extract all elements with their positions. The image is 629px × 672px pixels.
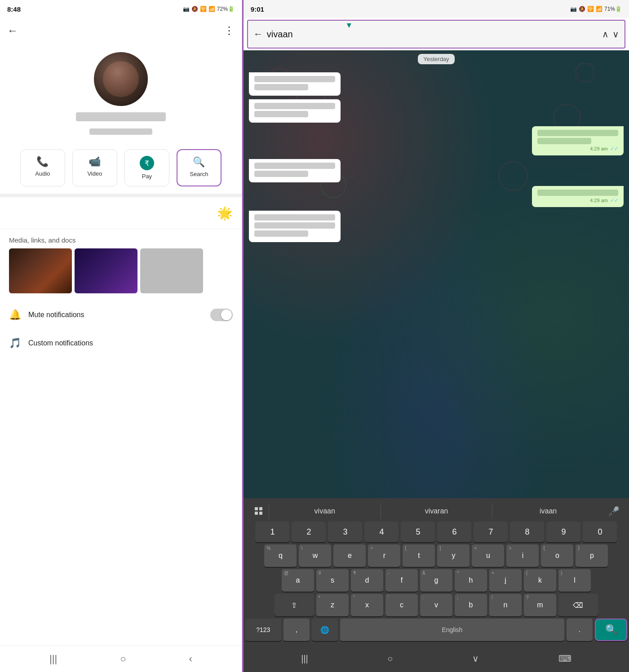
key-t[interactable]: [t xyxy=(403,544,435,567)
keyboard-search-button[interactable]: 🔍 xyxy=(595,619,627,641)
key-9[interactable]: 9 xyxy=(546,522,580,542)
number-row: 1 2 3 4 5 6 7 8 9 0 xyxy=(245,522,627,542)
key-s[interactable]: #s xyxy=(316,569,349,592)
key-q[interactable]: %q xyxy=(264,544,297,567)
key-0[interactable]: 0 xyxy=(583,522,617,542)
right-panel: 9:01 📷 🔕 🛜 📶 71%🔋 ← ∧ ∨ xyxy=(244,0,629,672)
grid-icon xyxy=(255,507,263,515)
nav-recent-right[interactable]: ||| xyxy=(301,654,308,664)
time-right: 9:01 xyxy=(251,5,264,13)
key-g[interactable]: &g xyxy=(420,569,452,592)
key-m[interactable]: ?m xyxy=(524,594,556,616)
mic-button[interactable]: 🎤 xyxy=(604,503,624,520)
status-icons-left: 📷 🔕 🛜 📶 72%🔋 xyxy=(183,6,235,12)
status-bar-right: 9:01 📷 🔕 🛜 📶 71%🔋 xyxy=(244,0,629,18)
pay-button[interactable]: ₹ Pay xyxy=(124,149,169,186)
search-back-button[interactable]: ← xyxy=(253,28,263,40)
key-k[interactable]: (k xyxy=(524,569,556,592)
key-4[interactable]: 4 xyxy=(364,522,399,542)
key-u[interactable]: <u xyxy=(472,544,504,567)
nav-keyboard-right[interactable]: ⌨ xyxy=(558,653,571,664)
avatar-inner xyxy=(103,61,139,97)
keyboard-container: vivaan vivaran ivaan 🎤 1 2 3 4 5 6 7 8 9… xyxy=(244,498,629,645)
key-c[interactable]: 'c xyxy=(385,594,418,616)
media-thumb-3[interactable] xyxy=(140,248,203,293)
key-5[interactable]: 5 xyxy=(401,522,435,542)
key-a[interactable]: @a xyxy=(282,569,314,592)
suggestion-ivaan[interactable]: ivaan xyxy=(492,504,604,519)
key-1[interactable]: 1 xyxy=(255,522,289,542)
key-8[interactable]: 8 xyxy=(510,522,544,542)
audio-button[interactable]: 📞 Audio xyxy=(20,149,65,186)
nav-back-right[interactable]: ∨ xyxy=(472,653,479,664)
suggestion-vivaran[interactable]: vivaran xyxy=(381,504,492,519)
search-button-left[interactable]: 🔍 Search xyxy=(177,149,221,186)
key-7[interactable]: 7 xyxy=(474,522,508,542)
shift-key[interactable]: ⇧ xyxy=(275,594,314,616)
key-x[interactable]: "x xyxy=(351,594,383,616)
key-j[interactable]: +j xyxy=(489,569,522,592)
keyboard-grid-button[interactable] xyxy=(249,503,269,520)
key-p[interactable]: }p xyxy=(576,544,608,567)
notification-section: 🔔 Mute notifications 🎵 Custom notificati… xyxy=(0,297,242,361)
bell-icon: 🔔 xyxy=(9,309,21,321)
mute-toggle[interactable] xyxy=(210,309,233,321)
message-received-3 xyxy=(249,159,341,182)
time-left: 8:48 xyxy=(7,5,21,13)
msg-blur-4 xyxy=(254,111,308,117)
globe-key[interactable]: 🌐 xyxy=(312,619,338,641)
period-key[interactable]: . xyxy=(567,619,593,641)
key-y[interactable]: ]y xyxy=(437,544,470,567)
suggestions-row: vivaan vivaran ivaan 🎤 xyxy=(245,501,627,522)
search-input[interactable] xyxy=(267,29,598,40)
search-nav-down[interactable]: ∨ xyxy=(612,29,619,40)
pay-icon: ₹ xyxy=(140,156,154,170)
more-button-left[interactable]: ⋮ xyxy=(224,24,235,37)
msg-blur-12 xyxy=(254,230,308,237)
search-nav-buttons: ∧ ∨ xyxy=(602,29,619,40)
nav-home-icon[interactable]: ○ xyxy=(120,653,126,665)
backspace-key[interactable]: ⌫ xyxy=(558,594,598,616)
nav-back-icon[interactable]: ‹ xyxy=(189,653,192,665)
key-w[interactable]: \w xyxy=(299,544,331,567)
key-z[interactable]: *z xyxy=(316,594,349,616)
space-key[interactable]: English xyxy=(340,619,564,641)
message-received-1 xyxy=(249,72,341,96)
key-b[interactable]: ;b xyxy=(455,594,487,616)
suggestion-vivaan[interactable]: vivaan xyxy=(269,504,381,519)
key-e[interactable]: e xyxy=(333,544,366,567)
key-o[interactable]: {o xyxy=(541,544,573,567)
bottom-row: ?123 , 🌐 English . 🔍 xyxy=(245,619,627,641)
comma-key[interactable]: , xyxy=(283,619,310,641)
key-v[interactable]: :v xyxy=(420,594,452,616)
status-emoji: 🌟 xyxy=(217,206,233,221)
key-l[interactable]: )l xyxy=(558,569,591,592)
message-received-2 xyxy=(249,99,341,123)
toggle-knob xyxy=(221,309,232,320)
search-icon-left: 🔍 xyxy=(193,156,205,168)
search-nav-up[interactable]: ∧ xyxy=(602,29,609,40)
key-i[interactable]: >i xyxy=(506,544,539,567)
media-thumb-2[interactable] xyxy=(75,248,137,293)
symbols-key[interactable]: ?123 xyxy=(245,619,281,641)
key-f[interactable]: -f xyxy=(385,569,418,592)
back-button-left[interactable]: ← xyxy=(7,24,18,37)
media-label: Media, links, and docs xyxy=(9,236,233,244)
mute-notification-item: 🔔 Mute notifications xyxy=(0,301,242,329)
key-2[interactable]: 2 xyxy=(292,522,326,542)
key-n[interactable]: !n xyxy=(489,594,522,616)
nav-home-right[interactable]: ○ xyxy=(387,654,393,664)
key-r[interactable]: =r xyxy=(368,544,400,567)
mute-notifications-label: Mute notifications xyxy=(28,311,84,319)
key-6[interactable]: 6 xyxy=(437,522,471,542)
video-button[interactable]: 📹 Video xyxy=(72,149,117,186)
key-h[interactable]: ^h xyxy=(455,569,487,592)
bottom-nav-left: ||| ○ ‹ xyxy=(0,645,242,672)
msg-blur-10 xyxy=(254,214,335,221)
nav-recent-icon[interactable]: ||| xyxy=(49,653,57,665)
media-thumb-1[interactable] xyxy=(9,248,72,293)
profile-name xyxy=(76,112,166,121)
key-3[interactable]: 3 xyxy=(328,522,362,542)
key-d[interactable]: ₹d xyxy=(351,569,383,592)
status-icons-right: 📷 🔕 🛜 📶 71%🔋 xyxy=(570,6,622,12)
